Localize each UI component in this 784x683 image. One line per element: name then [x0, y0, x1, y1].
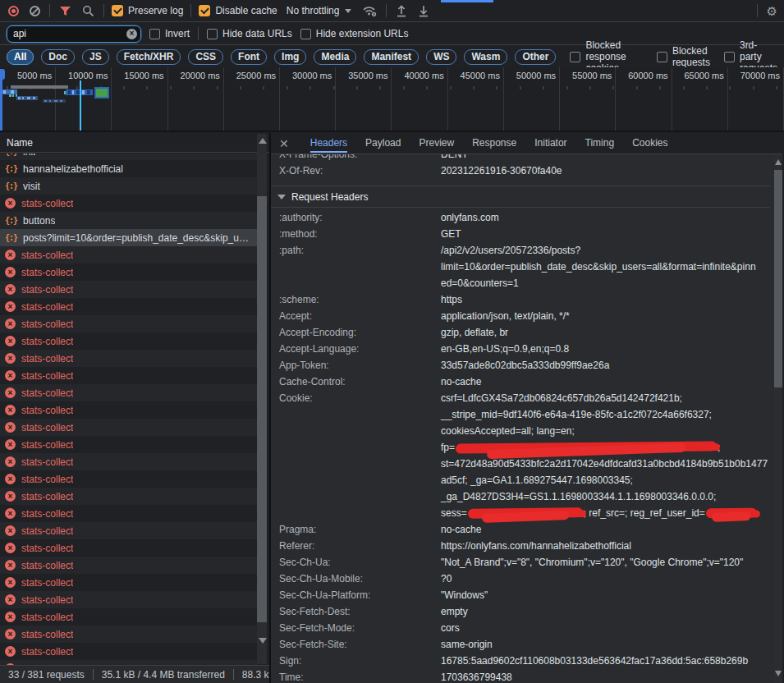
type-filter-pill-css[interactable]: CSS — [188, 49, 223, 65]
request-row[interactable]: ×stats-collect — [0, 332, 258, 350]
type-filter-pill-manifest[interactable]: Manifest — [364, 49, 419, 65]
clear-filter-icon[interactable]: × — [126, 29, 137, 39]
request-row[interactable]: ×stats-collect — [0, 470, 258, 488]
request-row[interactable]: {:}hannahelizabethofficial — [0, 160, 258, 177]
overview-tick-column: 40000 ms — [392, 67, 448, 132]
overview-minor-tick — [589, 86, 591, 89]
request-name: stats-collect — [21, 387, 73, 399]
type-filter-pill-js[interactable]: JS — [82, 49, 109, 65]
column-header-name[interactable]: Name — [0, 133, 269, 153]
scroll-down-icon[interactable] — [259, 638, 267, 644]
tab-initiator[interactable]: Initiator — [534, 134, 566, 153]
header-value: empty — [441, 603, 468, 620]
request-row[interactable]: ×stats-collect — [0, 591, 258, 608]
checkbox-checked-icon — [112, 5, 123, 16]
tab-headers[interactable]: Headers — [310, 134, 347, 153]
type-filter-pill-all[interactable]: All — [7, 49, 34, 65]
request-row[interactable]: ×stats-collect — [0, 384, 258, 401]
type-filter-pill-font[interactable]: Font — [231, 49, 267, 65]
request-row[interactable]: ×stats-collect — [0, 264, 258, 281]
request-row[interactable]: {:}buttons — [0, 212, 258, 229]
header-row: Accept-Language:en-GB,en-US;q=0.9,en;q=0… — [271, 341, 770, 357]
scroll-up-icon[interactable] — [775, 159, 782, 165]
details-tab-bar: ✕ HeadersPayloadPreviewResponseInitiator… — [271, 133, 782, 154]
type-filter-pill-wasm[interactable]: Wasm — [464, 49, 507, 65]
header-name: Cache-Control: — [279, 374, 441, 390]
request-row[interactable]: ×stats-collect — [0, 557, 258, 574]
tab-timing[interactable]: Timing — [585, 134, 615, 153]
disable-cache-checkbox[interactable]: Disable cache — [199, 5, 277, 16]
export-har-button[interactable] — [416, 3, 431, 19]
overview-tick-column: 35000 ms — [336, 67, 392, 132]
details-scrollbar[interactable] — [774, 155, 782, 683]
request-name: stats-collect — [21, 646, 73, 658]
request-row[interactable]: ×stats-collect — [0, 350, 258, 367]
request-row[interactable]: ×stats-collect — [0, 608, 258, 626]
request-row[interactable]: ×stats-collect — [0, 539, 258, 557]
tab-payload[interactable]: Payload — [365, 134, 401, 153]
network-overview-timeline[interactable]: 5000 ms10000 ms15000 ms20000 ms25000 ms3… — [0, 67, 784, 132]
request-row[interactable]: ×stats-collect — [0, 626, 258, 643]
record-button[interactable] — [7, 4, 21, 18]
header-value: no-cache — [441, 521, 481, 538]
type-filter-pill-fetch-xhr[interactable]: Fetch/XHR — [117, 49, 181, 65]
hide-extension-urls-checkbox[interactable]: Hide extension URLs — [300, 28, 409, 39]
request-row[interactable]: ×stats-collect — [0, 419, 258, 436]
request-row[interactable]: ×stats-collect — [0, 643, 258, 660]
blocked-requests-label: Blocked requests — [672, 45, 710, 68]
request-row[interactable]: ×stats-collect — [0, 367, 258, 384]
request-row[interactable]: ×stats-collect — [0, 436, 258, 453]
header-value: "Not_A Brand";v="8", "Chromium";v="120",… — [441, 554, 743, 571]
search-button[interactable] — [80, 3, 96, 19]
request-list-scrollbar[interactable] — [257, 134, 267, 664]
close-icon[interactable]: ✕ — [279, 137, 289, 150]
type-filter-pill-img[interactable]: Img — [274, 49, 306, 65]
request-row[interactable]: {:}visit — [0, 177, 258, 195]
request-row[interactable]: ×stats-collect — [0, 315, 258, 332]
hide-data-urls-checkbox[interactable]: Hide data URLs — [207, 28, 292, 39]
request-row[interactable]: ×stats-collect — [0, 281, 258, 298]
request-row-selected[interactable]: {:}posts?limit=10&order=publish_date_des… — [0, 229, 258, 246]
type-filter-pill-other[interactable]: Other — [515, 49, 556, 65]
scrollbar-thumb[interactable] — [257, 196, 267, 622]
scrollbar-thumb[interactable] — [774, 170, 782, 387]
clear-icon — [30, 6, 40, 16]
request-name: stats-collect — [21, 456, 73, 468]
request-row[interactable]: ×stats-collect — [0, 453, 258, 470]
request-row[interactable]: ×stats-collect — [0, 505, 258, 522]
tab-preview[interactable]: Preview — [419, 134, 454, 153]
request-failed-icon: × — [5, 525, 16, 536]
request-headers-section-toggle[interactable]: Request Headers — [271, 186, 770, 208]
throttling-select[interactable]: No throttling — [285, 5, 354, 16]
request-row[interactable]: ×stats-collect — [0, 574, 258, 591]
filter-toggle-button[interactable] — [57, 4, 73, 18]
blocked-requests-checkbox[interactable]: Blocked requests — [657, 45, 710, 68]
request-row[interactable]: ×stats-collect — [0, 522, 258, 539]
scroll-up-icon[interactable] — [259, 138, 267, 144]
overview-tick-label: 70000 ms — [740, 71, 780, 80]
request-row[interactable]: ×stats-collect — [0, 246, 258, 264]
overview-tick-column: 65000 ms — [672, 67, 728, 132]
request-row[interactable]: ×stats-collect — [0, 401, 258, 419]
request-row[interactable]: {:}init — [0, 154, 258, 160]
network-conditions-button[interactable] — [360, 3, 378, 18]
clear-button[interactable] — [28, 4, 42, 18]
tab-response[interactable]: Response — [472, 134, 516, 153]
request-row[interactable]: ×stats-collect — [0, 488, 258, 505]
waterfall-activity-bar — [9, 94, 11, 97]
request-failed-icon: × — [5, 336, 16, 346]
request-row[interactable]: ×stats-collect — [0, 195, 258, 212]
settings-button[interactable]: ⚙ — [765, 3, 779, 19]
filter-input[interactable] — [7, 25, 141, 43]
type-filter-pill-media[interactable]: Media — [314, 49, 356, 65]
type-filter-pill-ws[interactable]: WS — [426, 49, 456, 65]
type-filter-pill-doc[interactable]: Doc — [41, 49, 75, 65]
waterfall-activity-bar — [60, 100, 62, 102]
request-headers-list: :authority:onlyfans.com:method:GET:path:… — [271, 208, 770, 683]
preserve-log-checkbox[interactable]: Preserve log — [112, 5, 183, 16]
request-row[interactable]: ×stats-collect — [0, 298, 258, 315]
scroll-down-icon[interactable] — [775, 671, 782, 676]
import-har-button[interactable] — [394, 3, 409, 19]
invert-checkbox[interactable]: Invert — [149, 28, 190, 39]
tab-cookies[interactable]: Cookies — [632, 134, 667, 153]
